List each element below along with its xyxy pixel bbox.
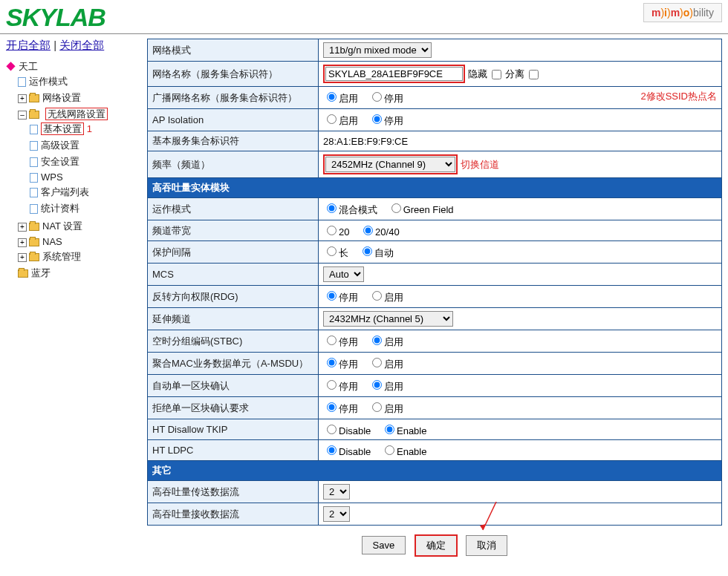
folder-icon: [29, 111, 39, 119]
row-apiso-label: AP Isolation: [148, 109, 319, 131]
opmode-mixed-radio[interactable]: [327, 203, 337, 213]
ssid-input[interactable]: [325, 67, 463, 81]
toggle-icon[interactable]: +: [18, 223, 27, 232]
txstream-select[interactable]: 2: [323, 484, 350, 500]
section-ht: 高吞吐量实体模块: [148, 178, 722, 198]
annotation-channel: 切换信道: [461, 159, 499, 170]
row-bssid-label: 基本服务集合标识符: [148, 131, 319, 151]
nav-tree: ◆ 天工 运作模式 +网络设置 – 无线网路设置 基本设置 1 高级设置 安全设…: [6, 59, 147, 283]
page-icon: [30, 173, 38, 183]
cancel-button[interactable]: 取消: [466, 535, 507, 556]
row-txstream-label: 高吞吐量传送数据流: [148, 481, 319, 503]
toggle-icon[interactable]: +: [18, 94, 27, 103]
declblock-disable-radio[interactable]: [327, 402, 337, 412]
annotation-1: 1: [87, 123, 92, 134]
ok-button[interactable]: 确定: [415, 534, 458, 557]
annotation-ssid: 2修改SSID热点名: [640, 90, 717, 103]
row-opmode-label: 运作模式: [148, 198, 319, 220]
bssid-value: 28:A1:EB:F9:F9:CE: [319, 131, 722, 151]
root-icon: ◆: [6, 61, 16, 72]
tree-bluetooth[interactable]: 蓝牙: [31, 267, 51, 278]
tree-nas[interactable]: NAS: [42, 236, 62, 247]
tree-wireless[interactable]: 无线网路设置: [45, 108, 108, 120]
tree-controls: 开启全部 | 关闭全部: [6, 39, 147, 53]
page-icon: [30, 125, 38, 134]
folder-icon: [29, 94, 39, 102]
separate-checkbox[interactable]: [529, 70, 539, 79]
tree-wps[interactable]: WPS: [41, 171, 63, 183]
row-channel-label: 频率（频道）: [148, 151, 319, 178]
row-ldpc-label: HT LDPC: [148, 440, 319, 461]
bw-2040-radio[interactable]: [363, 226, 373, 235]
tree-advanced[interactable]: 高级设置: [41, 140, 79, 151]
broadcast-enable-radio[interactable]: [327, 92, 337, 102]
tree-op-mode[interactable]: 运作模式: [29, 76, 68, 87]
page-icon: [30, 141, 38, 151]
row-broadcast-label: 广播网络名称（服务集合标识符）: [148, 87, 319, 109]
row-autoblock-label: 自动单一区块确认: [148, 375, 319, 397]
tree-stats[interactable]: 统计资料: [41, 203, 79, 214]
broadcast-disable-radio[interactable]: [372, 92, 382, 102]
mcs-select[interactable]: Auto: [323, 266, 364, 282]
save-button[interactable]: Save: [362, 536, 406, 554]
network-mode-select[interactable]: 11b/g/n mixed mode: [323, 42, 432, 58]
folder-icon: [18, 269, 28, 278]
row-amsdu-label: 聚合MAC业务数据单元（A-MSDU）: [148, 353, 319, 375]
guard-auto-radio[interactable]: [363, 246, 372, 256]
tree-clients[interactable]: 客户端列表: [41, 186, 89, 197]
ldpc-disable-radio[interactable]: [327, 445, 337, 455]
row-rdg-label: 反转方向权限(RDG): [148, 286, 319, 308]
tkip-disable-radio[interactable]: [327, 425, 337, 434]
row-bw-label: 频道带宽: [148, 220, 319, 241]
settings-table: 网络模式 11b/g/n mixed mode 网络名称（服务集合标识符） 隐藏…: [147, 39, 722, 526]
toggle-icon[interactable]: +: [18, 238, 27, 247]
extch-select[interactable]: 2432MHz (Channel 5): [323, 311, 453, 327]
section-other: 其它: [148, 461, 722, 481]
row-declblock-label: 拒绝单一区块确认要求: [148, 397, 319, 419]
amsdu-enable-radio[interactable]: [372, 358, 382, 367]
brand-logo: SKYLAB: [6, 3, 105, 32]
page-icon: [18, 77, 26, 87]
row-ssid-label: 网络名称（服务集合标识符）: [148, 62, 319, 87]
declblock-enable-radio[interactable]: [372, 402, 382, 412]
tree-sysadmin[interactable]: 系统管理: [42, 251, 81, 262]
tree-nat[interactable]: NAT 设置: [42, 220, 82, 232]
folder-icon: [29, 223, 39, 231]
tree-root[interactable]: 天工: [19, 61, 38, 72]
stbc-enable-radio[interactable]: [372, 336, 382, 345]
mimo-badge: m)i)m)o)bility: [643, 3, 722, 22]
tkip-enable-radio[interactable]: [385, 425, 394, 434]
stbc-disable-radio[interactable]: [327, 336, 337, 345]
tree-security[interactable]: 安全设置: [41, 156, 79, 167]
guard-long-radio[interactable]: [327, 246, 337, 256]
page-icon: [30, 157, 38, 167]
hide-checkbox[interactable]: [492, 70, 501, 79]
toggle-icon[interactable]: +: [18, 253, 27, 262]
ldpc-enable-radio[interactable]: [385, 445, 394, 455]
collapse-all-link[interactable]: 关闭全部: [59, 39, 104, 51]
rxstream-select[interactable]: 2: [323, 506, 350, 522]
autoblock-enable-radio[interactable]: [372, 380, 382, 390]
separate-label: 分离: [505, 68, 524, 79]
row-tkip-label: HT Disallow TKIP: [148, 419, 319, 440]
tree-network[interactable]: 网络设置: [42, 92, 81, 103]
channel-select[interactable]: 2452MHz (Channel 9): [325, 157, 455, 172]
row-extch-label: 延伸频道: [148, 308, 319, 330]
autoblock-disable-radio[interactable]: [327, 380, 337, 390]
toggle-icon[interactable]: –: [18, 111, 27, 120]
opmode-green-radio[interactable]: [391, 203, 401, 213]
page-icon: [30, 188, 38, 197]
amsdu-disable-radio[interactable]: [327, 358, 337, 367]
rdg-enable-radio[interactable]: [372, 291, 382, 301]
tree-basic[interactable]: 基本设置: [41, 122, 84, 135]
hide-label: 隐藏: [468, 68, 487, 79]
expand-all-link[interactable]: 开启全部: [6, 39, 51, 51]
folder-icon: [29, 253, 39, 261]
row-network-mode-label: 网络模式: [148, 39, 319, 62]
apiso-disable-radio[interactable]: [372, 114, 382, 124]
row-guard-label: 保护间隔: [148, 241, 319, 264]
folder-icon: [29, 238, 39, 246]
bw-20-radio[interactable]: [327, 226, 337, 235]
rdg-disable-radio[interactable]: [327, 291, 337, 301]
apiso-enable-radio[interactable]: [327, 114, 337, 124]
